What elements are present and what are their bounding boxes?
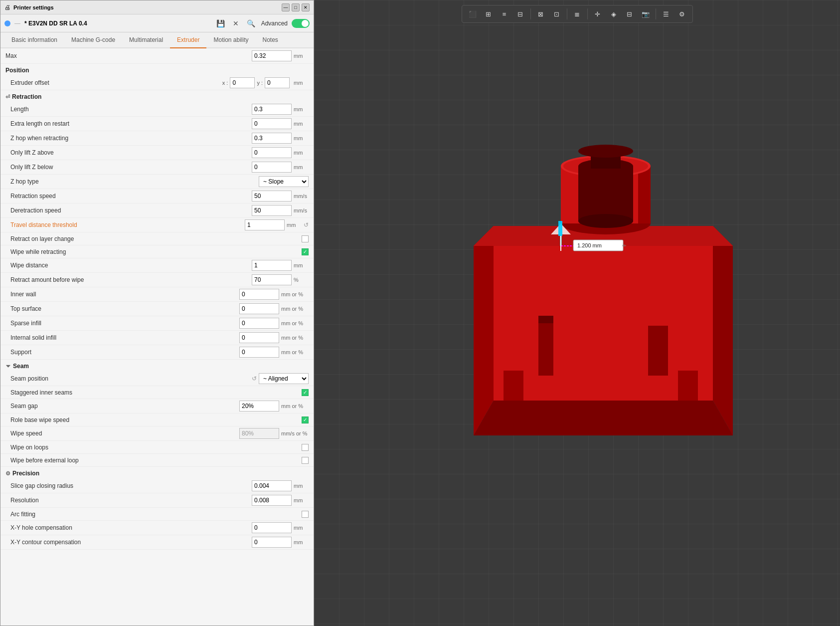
- extra-length-input[interactable]: [252, 118, 292, 129]
- svg-marker-21: [648, 326, 668, 376]
- inner-wall-unit: mm or %: [281, 291, 309, 297]
- internal-solid-unit: mm or %: [281, 335, 309, 341]
- extruder-offset-x[interactable]: [230, 77, 255, 88]
- staggered-seams-checkbox[interactable]: ✓: [302, 389, 309, 396]
- lift-z-above-label: Only lift Z above: [10, 149, 252, 156]
- xy-hole-row: X-Y hole compensation mm: [0, 521, 314, 535]
- retract-amount-unit: %: [294, 277, 309, 283]
- travel-distance-unit: mm: [287, 222, 302, 228]
- xy-hole-label: X-Y hole compensation: [10, 524, 252, 531]
- close-profile-button[interactable]: ✕: [231, 18, 241, 28]
- extruder-offset-inputs: x : y : mm: [222, 77, 309, 88]
- retract-amount-row: Retract amount before wipe %: [0, 273, 314, 287]
- search-button[interactable]: 🔍: [245, 18, 257, 28]
- slice-gap-input[interactable]: [252, 480, 292, 491]
- close-button[interactable]: ✕: [302, 3, 310, 11]
- retract-layer-change-checkbox[interactable]: [302, 235, 309, 242]
- viewport-panel: ⬛ ⊞ ≡ ⊟ ⊠ ⊡ ≣ ✛ ◈ ⊟ 📷 ☰ ⚙: [314, 0, 840, 626]
- tab-extruder[interactable]: Extruder: [170, 32, 206, 48]
- minimize-button[interactable]: —: [282, 3, 290, 11]
- top-surface-unit: mm or %: [281, 306, 309, 312]
- restore-button[interactable]: □: [292, 3, 300, 11]
- offset-unit: mm: [294, 80, 309, 86]
- retract-amount-input[interactable]: [252, 274, 292, 285]
- deretraction-speed-label: Deretraction speed: [10, 207, 252, 214]
- slice-gap-label: Slice gap closing radius: [10, 482, 252, 489]
- max-row: Max mm: [0, 48, 314, 64]
- xy-contour-unit: mm: [294, 539, 309, 545]
- model-svg: 1.200 mm ✏: [454, 126, 753, 500]
- inner-wall-input[interactable]: [239, 289, 279, 300]
- retraction-speed-input[interactable]: [252, 191, 292, 202]
- seam-gap-input[interactable]: [239, 401, 279, 412]
- window-title: Printer settings: [13, 4, 279, 10]
- wipe-external-loop-checkbox[interactable]: [302, 457, 309, 464]
- top-surface-input[interactable]: [239, 303, 279, 314]
- tab-notes[interactable]: Notes: [256, 32, 285, 48]
- position-header-label: Position: [5, 67, 29, 74]
- retraction-icon: ⏎: [5, 94, 10, 100]
- svg-point-18: [578, 145, 633, 158]
- tab-machine-gcode[interactable]: Machine G-code: [64, 32, 122, 48]
- y-label: y :: [257, 80, 263, 86]
- svg-marker-19: [538, 316, 553, 376]
- retraction-length-input[interactable]: [252, 104, 292, 115]
- support-unit: mm or %: [281, 349, 309, 355]
- deretraction-speed-unit: mm/s: [294, 208, 309, 213]
- svg-marker-23: [678, 371, 698, 401]
- retract-layer-change-label: Retract on layer change: [10, 235, 302, 242]
- zhop-input[interactable]: [252, 133, 292, 144]
- wipe-loops-checkbox[interactable]: [302, 444, 309, 451]
- internal-solid-input[interactable]: [239, 332, 279, 343]
- travel-distance-reset[interactable]: ↺: [304, 221, 309, 228]
- zhop-unit: mm: [294, 135, 309, 141]
- wipe-distance-input[interactable]: [252, 260, 292, 271]
- travel-distance-row: Travel distance threshold mm ↺: [0, 218, 314, 232]
- retract-layer-change-row: Retract on layer change: [0, 232, 314, 245]
- resolution-input[interactable]: [252, 495, 292, 506]
- wipe-speed-row: Wipe speed mm/s or %: [0, 426, 314, 441]
- svg-text:1.200 mm: 1.200 mm: [577, 242, 602, 248]
- lift-z-below-input[interactable]: [252, 162, 292, 173]
- save-button[interactable]: 💾: [214, 18, 227, 28]
- advanced-toggle[interactable]: [292, 19, 310, 28]
- section-precision: ⚙ Precision: [0, 467, 314, 479]
- tab-motion-ability[interactable]: Motion ability: [206, 32, 255, 48]
- zhop-type-select[interactable]: ~ Slope Normal: [259, 176, 309, 187]
- role-wipe-speed-checkbox[interactable]: ✓: [302, 417, 309, 423]
- wipe-loops-label: Wipe on loops: [10, 444, 302, 451]
- wipe-retracting-row: Wipe while retracting ✓: [0, 245, 314, 258]
- section-retraction: ⏎ Retraction: [0, 90, 314, 102]
- printer-settings-panel: 🖨 Printer settings — □ ✕ — * E3V2N DD SR…: [0, 0, 314, 626]
- lift-z-above-input[interactable]: [252, 147, 292, 158]
- precision-header-label: Precision: [12, 470, 39, 477]
- seam-gap-row: Seam gap mm or %: [0, 399, 314, 414]
- support-input[interactable]: [239, 347, 279, 358]
- arc-fitting-row: Arc fitting: [0, 508, 314, 521]
- retraction-speed-row: Retraction speed mm/s: [0, 189, 314, 204]
- staggered-seams-label: Staggered inner seams: [10, 389, 302, 396]
- sparse-infill-input[interactable]: [239, 318, 279, 329]
- wipe-distance-label: Wipe distance: [10, 262, 252, 269]
- seam-icon: ⏷: [5, 363, 11, 369]
- max-input[interactable]: [252, 50, 292, 61]
- wipe-speed-input[interactable]: [239, 428, 279, 439]
- toolbar-row: — * E3V2N DD SR LA 0.4 💾 ✕ 🔍 Advanced: [0, 14, 314, 32]
- xy-hole-input[interactable]: [252, 522, 292, 533]
- support-row: Support mm or %: [0, 345, 314, 360]
- tab-basic-information[interactable]: Basic information: [4, 32, 64, 48]
- precision-icon: ⚙: [5, 470, 10, 477]
- sparse-infill-row: Sparse infill mm or %: [0, 316, 314, 331]
- extruder-offset-y[interactable]: [265, 77, 290, 88]
- deretraction-speed-input[interactable]: [252, 205, 292, 216]
- lift-z-above-row: Only lift Z above mm: [0, 146, 314, 160]
- arc-fitting-checkbox[interactable]: [302, 511, 309, 518]
- wipe-retracting-checkbox[interactable]: ✓: [302, 248, 309, 255]
- seam-position-reset[interactable]: ↺: [252, 375, 257, 382]
- tab-multimaterial[interactable]: Multimaterial: [122, 32, 170, 48]
- travel-distance-input[interactable]: [245, 219, 285, 230]
- xy-contour-input[interactable]: [252, 537, 292, 548]
- inner-wall-row: Inner wall mm or %: [0, 287, 314, 302]
- extra-length-row: Extra length on restart mm: [0, 117, 314, 131]
- seam-position-select[interactable]: ~ Aligned Rear Nearest Random: [259, 373, 309, 384]
